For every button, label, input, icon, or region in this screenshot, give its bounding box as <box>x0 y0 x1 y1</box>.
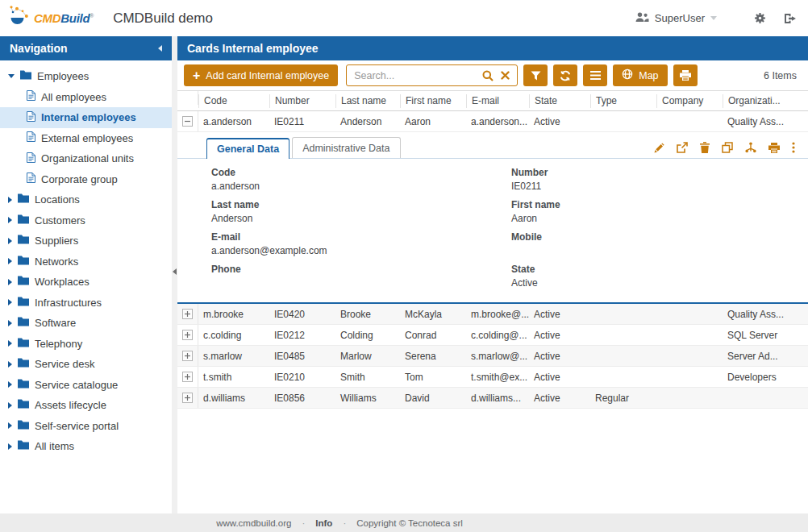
edit-pencil-icon[interactable] <box>654 143 664 153</box>
tree-group-item[interactable]: Assets lifecycle <box>0 395 172 416</box>
tree-group-label: All items <box>35 440 74 452</box>
sidebar-splitter[interactable] <box>172 36 177 513</box>
expand-row-icon[interactable] <box>182 372 193 382</box>
card-field-label: Code <box>211 167 511 178</box>
chevron-down-icon[interactable] <box>710 16 717 20</box>
print-button[interactable] <box>673 64 698 86</box>
column-header-number[interactable]: Number <box>269 94 335 108</box>
cell-number: IE0485 <box>269 351 335 362</box>
tree-group-item[interactable]: Suppliers <box>0 231 172 251</box>
tree-group-item[interactable]: All items <box>0 436 172 457</box>
tree-group-item[interactable]: Service catalogue <box>0 375 172 396</box>
document-icon <box>27 172 35 185</box>
expand-column-header <box>177 91 198 105</box>
open-external-icon[interactable] <box>677 142 688 153</box>
cell-state: Active <box>529 393 590 404</box>
map-button[interactable]: Map <box>613 64 667 86</box>
more-options-icon[interactable] <box>792 142 795 153</box>
tree-group-employees[interactable]: Employees <box>0 66 172 87</box>
tree-group-label: Self-service portal <box>35 420 119 432</box>
card-field: First name Aaron <box>511 199 808 224</box>
card-field-value: Aaron <box>511 213 808 224</box>
tree-group-item[interactable]: Infrastructures <box>0 293 172 314</box>
cell-last-name: Smith <box>335 372 400 383</box>
tree-leaf-label: All employees <box>41 91 106 103</box>
tree-group-item[interactable]: Telephony <box>0 334 172 355</box>
footer-copyright: Copyright © Tecnoteca srl <box>356 518 463 528</box>
tree-leaf-item[interactable]: External employees <box>0 128 172 149</box>
clone-copy-icon[interactable] <box>722 142 733 153</box>
card-tab[interactable]: General Data <box>206 138 289 159</box>
card-field: Mobile <box>511 231 808 256</box>
print-card-icon[interactable] <box>768 143 780 153</box>
folder-icon <box>18 193 29 206</box>
folder-icon <box>18 276 29 288</box>
table-row-expanded[interactable]: a.anderson IE0211 Anderson Aaron a.ander… <box>177 111 808 132</box>
caret-collapsed-icon <box>8 279 12 285</box>
table-row[interactable]: c.colding IE0212 Colding Conrad c.coldin… <box>177 325 808 346</box>
search-icon[interactable] <box>482 70 494 81</box>
tree-group-label: Employees <box>37 70 89 82</box>
column-header-company[interactable]: Company <box>656 94 723 108</box>
folder-icon <box>18 214 29 227</box>
refresh-button[interactable] <box>553 64 577 86</box>
tree-group-item[interactable]: Service desk <box>0 354 172 375</box>
tree-group-label: Service desk <box>35 358 94 370</box>
folder-icon <box>18 235 29 247</box>
cell-code: t.smith <box>198 372 269 383</box>
list-menu-button[interactable] <box>583 64 607 86</box>
tree-leaf-item[interactable]: Corporate group <box>0 169 172 190</box>
settings-gear-button[interactable] <box>754 12 766 24</box>
card-field: Number IE0211 <box>511 167 808 192</box>
filter-button[interactable] <box>523 64 548 86</box>
expand-row-icon[interactable] <box>182 330 193 340</box>
footer-info-link[interactable]: Info <box>315 518 332 528</box>
collapse-row-icon[interactable] <box>182 116 193 127</box>
tree-group-item[interactable]: Workplaces <box>0 272 172 293</box>
tree-leaf-label: Internal employees <box>41 111 136 123</box>
clear-search-icon[interactable] <box>501 71 510 80</box>
sidebar-collapse-icon[interactable] <box>158 45 162 52</box>
logout-button[interactable] <box>784 13 797 24</box>
expand-row-icon[interactable] <box>182 351 193 361</box>
tree-group-item[interactable]: Software <box>0 313 172 334</box>
tree-group-item[interactable]: Customers <box>0 210 172 231</box>
expand-row-icon[interactable] <box>182 393 193 403</box>
document-icon <box>27 90 35 103</box>
username-menu[interactable]: SuperUser <box>655 12 705 24</box>
search-input[interactable] <box>354 70 475 81</box>
column-header-first-name[interactable]: First name <box>400 94 466 108</box>
search-box <box>346 64 518 86</box>
column-header-type[interactable]: Type <box>590 94 656 108</box>
tree-leaf-item[interactable]: Organizational units <box>0 148 172 169</box>
delete-trash-icon[interactable] <box>700 142 710 153</box>
table-row[interactable]: t.smith IE0210 Smith Tom t.smith@ex... A… <box>177 367 808 388</box>
cell-email: d.williams... <box>466 393 529 404</box>
table-row[interactable]: s.marlow IE0485 Marlow Serena s.marlow@.… <box>177 346 808 367</box>
tree-group-item[interactable]: Self-service portal <box>0 416 172 437</box>
expand-row-icon[interactable] <box>182 309 193 319</box>
tree-group-label: Assets lifecycle <box>35 399 106 411</box>
tree-leaf-item[interactable]: Internal employees <box>0 107 172 128</box>
cell-organization: Quality Ass... <box>723 116 808 127</box>
table-row[interactable]: d.williams IE0856 Williams David d.willi… <box>177 388 808 409</box>
caret-collapsed-icon <box>8 197 12 203</box>
cell-number: IE0210 <box>269 372 335 383</box>
tree-group-item[interactable]: Locations <box>0 189 172 210</box>
column-header-code[interactable]: Code <box>198 94 269 108</box>
column-header-last-name[interactable]: Last name <box>335 94 400 108</box>
column-header-email[interactable]: E-mail <box>466 94 529 108</box>
tree-leaf-item[interactable]: All employees <box>0 87 172 108</box>
relations-graph-icon[interactable] <box>745 142 756 153</box>
card-tab[interactable]: Administrative Data <box>292 137 400 158</box>
main-panel: Cards Internal employee + Add card Inter… <box>177 36 808 513</box>
cell-state: Active <box>529 116 590 127</box>
table-row[interactable]: m.brooke IE0420 Brooke McKayla m.brooke@… <box>177 304 808 325</box>
add-card-button[interactable]: + Add card Internal employee <box>184 64 338 86</box>
splitter-collapse-icon[interactable] <box>173 268 177 275</box>
footer-site-link[interactable]: www.cmdbuild.org <box>216 518 291 528</box>
tree-group-item[interactable]: Networks <box>0 251 172 272</box>
column-header-state[interactable]: State <box>529 94 590 108</box>
column-header-organization[interactable]: Organizati... <box>723 94 808 108</box>
folder-icon <box>18 440 29 452</box>
